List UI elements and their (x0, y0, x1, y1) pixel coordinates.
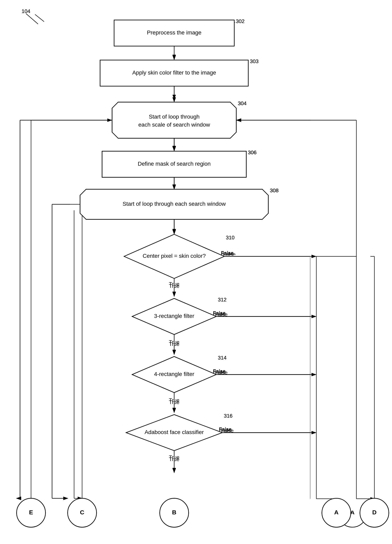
ref-310-2: 310 (226, 235, 234, 241)
diamond-314-label: 4-rectangle filter (154, 371, 194, 377)
terminal-B-top-label: B (172, 509, 176, 515)
false-316-txt: False (219, 427, 232, 433)
ref-308-final: 308 (270, 188, 279, 194)
flowchart-diagram: 104 Preprocess the image 302 Apply skin … (0, 0, 392, 544)
terminal-A-top-label: A (334, 509, 339, 515)
node-303-label-final: Apply skin color filter to the image (132, 70, 216, 76)
ref-104-final: 104 (22, 8, 30, 14)
terminal-C-top-label: C (80, 509, 84, 515)
ref-303-final: 303 (250, 58, 258, 64)
terminal-D-top-label: D (372, 509, 377, 515)
diamond-310-label: Center pixel = skin color? (143, 253, 206, 259)
node-304-line1-final: Start of loop through (149, 113, 200, 120)
false-314-txt: False (213, 369, 226, 375)
ref-304-final: 304 (238, 100, 246, 106)
diamond-312-label: 3-rectangle filter (154, 313, 194, 319)
ref-316-2: 316 (224, 413, 232, 419)
node-304-final (112, 102, 236, 138)
node-302-label-final: Preprocess the image (147, 30, 201, 36)
node-304-line2-final: each scale of search window (138, 122, 210, 128)
ref-302-final: 302 (236, 18, 245, 24)
node-308-label-final: Start of loop through each search window (123, 201, 226, 207)
svg-rect-58 (310, 50, 370, 511)
node-306-label-final: Define mask of search region (138, 161, 211, 167)
false-312-txt: False (213, 311, 226, 317)
false-310-txt: False (221, 251, 234, 257)
diamond-316-label: Adaboost face classifier (145, 429, 204, 435)
ref-314-2: 314 (218, 355, 226, 361)
ref-312-2: 312 (218, 297, 226, 303)
terminal-E-top-label: E (29, 509, 33, 515)
ref-306-final: 306 (248, 149, 257, 155)
svg-line-86 (35, 14, 44, 22)
